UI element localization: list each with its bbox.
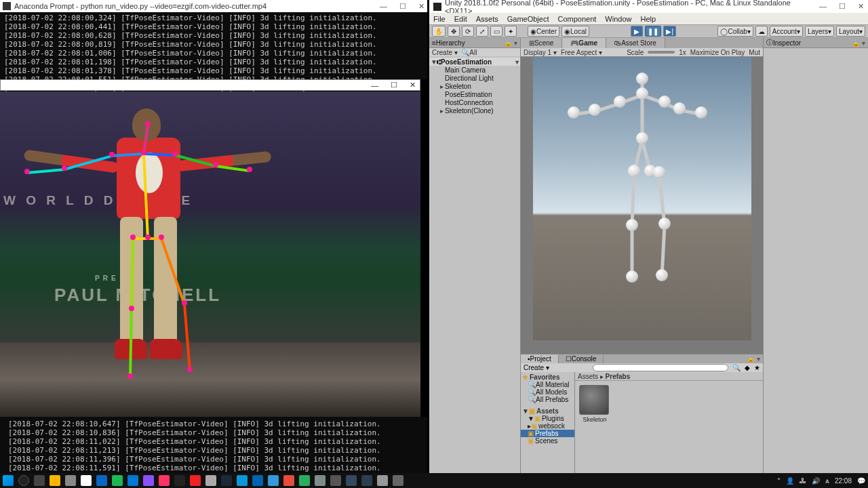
taskbar-app[interactable] xyxy=(174,475,185,486)
taskbar-app[interactable] xyxy=(237,475,248,486)
breadcrumb[interactable]: Assets ▸ Prefabs xyxy=(575,372,763,381)
hierarchy-item[interactable]: ▸Skeleton xyxy=(429,82,520,90)
close-icon[interactable]: ✕ xyxy=(410,81,416,89)
filter-label-icon[interactable]: ★ xyxy=(754,364,760,371)
hierarchy-tab[interactable]: ≡ Hierarchy🔒▾ xyxy=(429,38,520,48)
favorite-item[interactable]: 🔍All Prefabs xyxy=(521,396,574,403)
project-search[interactable] xyxy=(593,364,728,371)
task-view-icon[interactable] xyxy=(34,475,45,486)
minimize-icon[interactable]: — xyxy=(371,81,378,89)
prefab-asset[interactable]: Skeleton xyxy=(579,385,610,423)
project-tree[interactable]: ★Favorites 🔍All Material🔍All Models🔍All … xyxy=(521,372,575,479)
menu-component[interactable]: Component xyxy=(557,15,596,23)
collab-button[interactable]: ◯ Collab ▾ xyxy=(717,26,753,37)
tray-up-icon[interactable]: ˄ xyxy=(777,477,781,485)
taskbar-app[interactable] xyxy=(299,475,310,486)
mute-toggle[interactable]: Mut xyxy=(749,49,760,56)
tab-game[interactable]: 🎮 Game xyxy=(562,38,606,48)
menu-window[interactable]: Window xyxy=(605,15,631,23)
hierarchy-item[interactable]: PoseEstimation xyxy=(429,90,520,98)
windows-taskbar[interactable]: ˄ 👤 🖧 🔊 ᴀ 22:08 💬 xyxy=(0,473,868,488)
taskbar-app[interactable] xyxy=(393,475,403,486)
hierarchy-item[interactable]: Directional Light xyxy=(429,74,520,82)
create-dropdown[interactable]: Create ▾ xyxy=(432,49,458,56)
maximize-toggle[interactable]: Maximize On Play xyxy=(690,49,745,56)
hierarchy-tree[interactable]: ▼⑆ PoseEstimation▾ Main CameraDirectiona… xyxy=(429,56,520,116)
menu-help[interactable]: Help xyxy=(640,15,656,23)
asset-folder[interactable]: ▣Scenes xyxy=(521,437,574,445)
hand-tool-icon[interactable]: ✋ xyxy=(432,26,446,37)
maximize-icon[interactable]: ☐ xyxy=(399,2,406,11)
favorite-item[interactable]: 🔍All Models xyxy=(521,388,574,396)
hierarchy-item[interactable]: HostConnection xyxy=(429,98,520,106)
panel-menu-icon[interactable]: ▾ xyxy=(514,39,517,47)
maximize-icon[interactable]: ☐ xyxy=(839,2,846,11)
taskbar-app[interactable] xyxy=(221,475,232,486)
account-button[interactable]: Account ▾ xyxy=(770,26,803,37)
taskbar-app[interactable] xyxy=(361,475,372,486)
unity-menubar[interactable]: FileEditAssetsGameObjectComponentWindowH… xyxy=(429,13,868,24)
unity-toolbar[interactable]: ✋ ✥ ⟳ ⤢ ▭ ✦ ◉ Center ◉ Local ▶ ❚❚ ▶| ◯ C… xyxy=(429,24,868,38)
asset-folder[interactable]: ▣Prefabs xyxy=(521,430,574,437)
tab-scene[interactable]: ⊞ Scene xyxy=(521,38,562,48)
taskbar-app[interactable] xyxy=(205,475,216,486)
taskbar-app[interactable] xyxy=(143,475,154,486)
taskbar-app[interactable] xyxy=(346,475,357,486)
taskbar-app[interactable] xyxy=(127,475,138,486)
tray-network-icon[interactable]: 🖧 xyxy=(800,477,806,485)
filter-type-icon[interactable]: ◆ xyxy=(745,364,750,371)
favorite-item[interactable]: 🔍All Material xyxy=(521,381,574,388)
minimize-icon[interactable]: — xyxy=(819,2,827,11)
move-tool-icon[interactable]: ✥ xyxy=(448,26,460,37)
tray-volume-icon[interactable]: 🔊 xyxy=(812,477,820,485)
unity-titlebar[interactable]: Unity 2018.1.0f2 Personal (64bit) - Pose… xyxy=(429,0,868,13)
tray-user-icon[interactable]: 👤 xyxy=(786,477,794,485)
maximize-icon[interactable]: ☐ xyxy=(391,81,397,89)
scale-tool-icon[interactable]: ⤢ xyxy=(476,26,488,37)
display-dropdown[interactable]: Display 1 ▾ xyxy=(524,49,557,56)
search-filter-icon[interactable]: 🔍 xyxy=(732,364,741,371)
tray-clock[interactable]: 22:08 xyxy=(835,477,852,485)
rotate-tool-icon[interactable]: ⟳ xyxy=(462,26,474,37)
menu-file[interactable]: File xyxy=(433,15,446,23)
taskbar-app[interactable] xyxy=(112,475,123,486)
asset-folder[interactable]: ▸▣websock xyxy=(521,422,574,430)
taskbar-app[interactable] xyxy=(50,475,60,486)
rect-tool-icon[interactable]: ▭ xyxy=(490,26,502,37)
scene-row[interactable]: PoseEstimation xyxy=(441,58,492,66)
menu-gameobject[interactable]: GameObject xyxy=(507,15,549,23)
panel-menu-icon[interactable]: ▾ xyxy=(757,355,760,363)
taskbar-app[interactable] xyxy=(81,475,92,486)
center-tabs[interactable]: ⊞ Scene 🎮 Game 🛍 Asset Store xyxy=(521,38,763,48)
taskbar-app[interactable] xyxy=(315,475,326,486)
tray-notif-icon[interactable]: 💬 xyxy=(857,477,865,485)
hierarchy-item[interactable]: Main Camera xyxy=(429,66,520,74)
game-toolbar[interactable]: Display 1 ▾ Free Aspect ▾ Scale 1x Maxim… xyxy=(521,48,763,57)
taskbar-app[interactable] xyxy=(283,475,294,486)
taskbar-app[interactable] xyxy=(268,475,279,486)
close-icon[interactable]: ✕ xyxy=(858,2,864,11)
cloud-icon[interactable]: ☁ xyxy=(755,26,768,37)
pause-button[interactable]: ❚❚ xyxy=(645,26,661,37)
menu-edit[interactable]: Edit xyxy=(454,15,467,23)
hierarchy-search[interactable]: 🔍All xyxy=(461,49,477,56)
scale-slider[interactable] xyxy=(648,51,675,54)
console-titlebar[interactable]: Anaconda Prompt - python run_video.py --… xyxy=(0,0,427,12)
taskbar-app[interactable] xyxy=(377,475,388,486)
taskbar-app[interactable] xyxy=(65,475,76,486)
layers-button[interactable]: Layers ▾ xyxy=(805,26,834,37)
menu-assets[interactable]: Assets xyxy=(476,15,498,23)
layout-button[interactable]: Layout ▾ xyxy=(836,26,865,37)
video-window-titlebar[interactable]: — ☐ ✕ xyxy=(0,79,420,91)
inspector-tab[interactable]: ⓘ Inspector🔒▾ xyxy=(764,38,868,48)
pivot-center-button[interactable]: ◉ Center xyxy=(528,26,559,37)
step-button[interactable]: ▶| xyxy=(663,26,676,37)
taskbar-app[interactable] xyxy=(190,475,201,486)
cortana-icon[interactable] xyxy=(18,475,29,486)
panel-lock-icon[interactable]: 🔒 xyxy=(504,39,512,47)
close-icon[interactable]: ✕ xyxy=(418,2,425,11)
pivot-local-button[interactable]: ◉ Local xyxy=(561,26,589,37)
taskbar-app[interactable] xyxy=(159,475,170,486)
transform-tool-icon[interactable]: ✦ xyxy=(505,26,517,37)
tab-asset-store[interactable]: 🛍 Asset Store xyxy=(606,38,665,48)
